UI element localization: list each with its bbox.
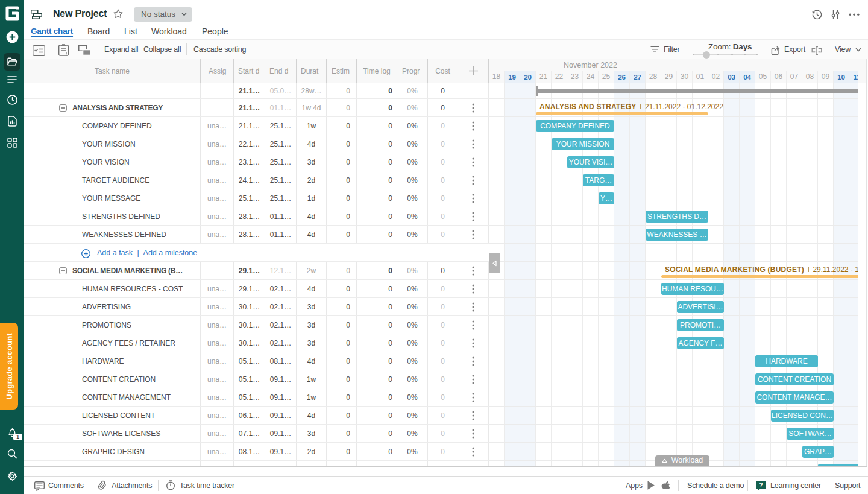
svg-text:?: ? (760, 481, 763, 488)
